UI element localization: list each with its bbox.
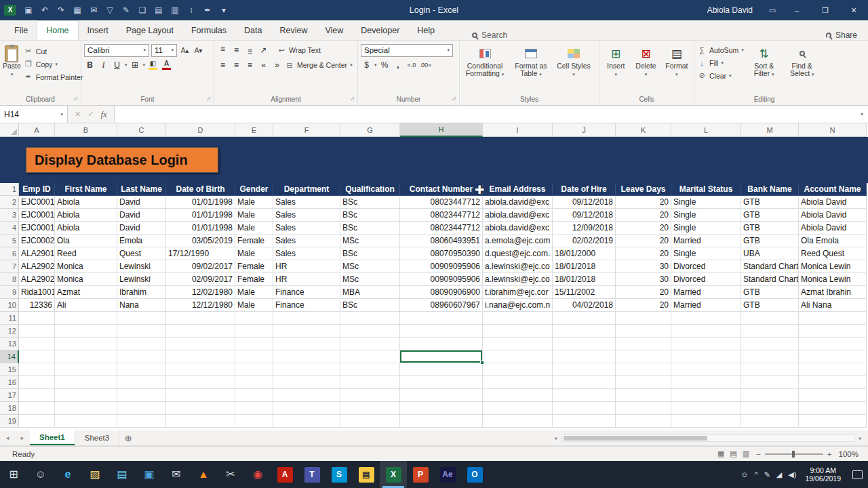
header-cell-C[interactable]: Last Name <box>117 183 166 196</box>
align-center-icon[interactable]: ≡ <box>231 59 242 71</box>
header-cell-E[interactable]: Gender <box>235 183 273 196</box>
cell-M4[interactable]: GTB <box>741 222 799 235</box>
cell-E14[interactable] <box>235 350 273 363</box>
action-center-icon[interactable] <box>852 470 863 479</box>
tab-help[interactable]: Help <box>408 20 443 40</box>
name-box[interactable]: H14▾ <box>0 106 68 123</box>
column-header-I[interactable]: I <box>483 123 553 137</box>
zoom-out-icon[interactable]: − <box>756 450 761 458</box>
cell-H9[interactable]: 08090906900 <box>400 286 483 299</box>
cell-E3[interactable]: Male <box>235 209 273 222</box>
cell-N5[interactable]: Ola Emola <box>799 235 867 247</box>
cell-J19[interactable] <box>553 415 616 428</box>
cell-I18[interactable] <box>483 402 553 415</box>
cell-J7[interactable]: 18/01/2018 <box>553 260 616 273</box>
cell-G3[interactable]: BSc <box>340 209 400 222</box>
cell-N13[interactable] <box>799 338 867 350</box>
sheet-title-box[interactable]: Display Database Login <box>26 147 218 173</box>
skype-icon[interactable]: S <box>326 461 353 488</box>
cell-K11[interactable] <box>616 312 671 325</box>
cell-C9[interactable]: Ibrahim <box>117 286 166 299</box>
cell-J14[interactable] <box>553 350 616 363</box>
cell-E2[interactable]: Male <box>235 196 273 209</box>
cell-B11[interactable] <box>55 312 117 325</box>
cell-L8[interactable]: Divorced <box>671 273 741 286</box>
align-top-icon[interactable]: ≡ <box>217 44 229 56</box>
row-header-8[interactable]: 8 <box>0 273 19 286</box>
align-middle-icon[interactable]: ≡ <box>231 44 242 56</box>
tab-view[interactable]: View <box>316 20 352 40</box>
filter-icon[interactable]: ▽ <box>102 5 118 15</box>
cell-D8[interactable]: 02/09/2017 <box>166 273 235 286</box>
cell-M10[interactable]: GTB <box>741 299 799 312</box>
align-right-icon[interactable]: ≡ <box>244 59 256 71</box>
underline-button[interactable]: U <box>111 59 123 71</box>
tab-home[interactable]: Home <box>37 20 78 40</box>
outlook-icon[interactable]: O <box>461 461 488 488</box>
copy-button[interactable]: ❐Copy▾ <box>24 58 83 70</box>
wrap-text-button[interactable]: ↩Wrap Text <box>277 45 321 56</box>
cell-G16[interactable] <box>340 376 400 389</box>
comma-style-icon[interactable]: , <box>393 59 404 71</box>
header-cell-J[interactable]: Date of Hire <box>553 183 616 196</box>
ribbon-display-options-icon[interactable]: ▭ <box>762 6 783 15</box>
cell-A13[interactable] <box>19 338 55 350</box>
cell-E15[interactable] <box>235 363 273 376</box>
cell-H19[interactable] <box>400 415 483 428</box>
column-header-L[interactable]: L <box>671 123 741 137</box>
cell-B12[interactable] <box>55 325 117 338</box>
cell-H11[interactable] <box>400 312 483 325</box>
cell-A6[interactable]: ALA2901 <box>19 247 55 260</box>
cell-F12[interactable] <box>273 325 340 338</box>
volume-icon[interactable]: ◀) <box>788 470 796 479</box>
cell-H15[interactable] <box>400 363 483 376</box>
cell-E9[interactable]: Male <box>235 286 273 299</box>
cell-D19[interactable] <box>166 415 235 428</box>
tray-people-icon[interactable]: ☺ <box>741 470 748 479</box>
cell-K7[interactable]: 30 <box>616 260 671 273</box>
cell-F7[interactable]: HR <box>273 260 340 273</box>
redo-icon[interactable]: ↷ <box>53 5 69 15</box>
cell-C16[interactable] <box>117 376 166 389</box>
zoom-track[interactable] <box>765 453 823 455</box>
clipboard-dialog-launcher-icon[interactable]: ◿ <box>74 94 77 103</box>
calendar-icon[interactable]: ▤ <box>151 5 167 15</box>
cell-I8[interactable]: a.lewinski@ejc.co <box>483 273 553 286</box>
cell-H7[interactable]: 00909095906 <box>400 260 483 273</box>
font-size-select[interactable]: 11▾ <box>151 44 177 57</box>
cut-button[interactable]: ✂Cut <box>24 45 83 57</box>
cell-C14[interactable] <box>117 350 166 363</box>
orientation-icon[interactable]: ↗ <box>258 44 269 56</box>
column-header-E[interactable]: E <box>235 123 273 137</box>
cell-M11[interactable] <box>741 312 799 325</box>
cell-C19[interactable] <box>117 415 166 428</box>
cell-D17[interactable] <box>166 389 235 402</box>
cell-B19[interactable] <box>55 415 117 428</box>
sheet-tab-sheet1[interactable]: Sheet1 <box>30 430 75 445</box>
cell-A12[interactable] <box>19 325 55 338</box>
cell-L13[interactable] <box>671 338 741 350</box>
cell-K13[interactable] <box>616 338 671 350</box>
vlc-icon[interactable]: ▲ <box>190 461 217 488</box>
mail-icon[interactable]: ✉ <box>85 5 102 15</box>
cell-K4[interactable]: 20 <box>616 222 671 235</box>
cell-L16[interactable] <box>671 376 741 389</box>
cell-F18[interactable] <box>273 402 340 415</box>
cell-B5[interactable]: Ola <box>55 235 117 247</box>
conditional-formatting-button[interactable]: Conditional Formatting ▾ <box>462 43 507 78</box>
cell-C17[interactable] <box>117 389 166 402</box>
cell-D14[interactable] <box>166 350 235 363</box>
cell-F13[interactable] <box>273 338 340 350</box>
cell-G10[interactable]: BSc <box>340 299 400 312</box>
cell-H16[interactable] <box>400 376 483 389</box>
cell-G13[interactable] <box>340 338 400 350</box>
cell-G8[interactable]: MSc <box>340 273 400 286</box>
tab-formulas[interactable]: Formulas <box>182 20 235 40</box>
cell-M2[interactable]: GTB <box>741 196 799 209</box>
cell-H12[interactable] <box>400 325 483 338</box>
row-header-4[interactable]: 4 <box>0 222 19 235</box>
cell-J16[interactable] <box>553 376 616 389</box>
cell-M3[interactable]: GTB <box>741 209 799 222</box>
cell-E12[interactable] <box>235 325 273 338</box>
cell-D10[interactable]: 12/12/1980 <box>166 299 235 312</box>
